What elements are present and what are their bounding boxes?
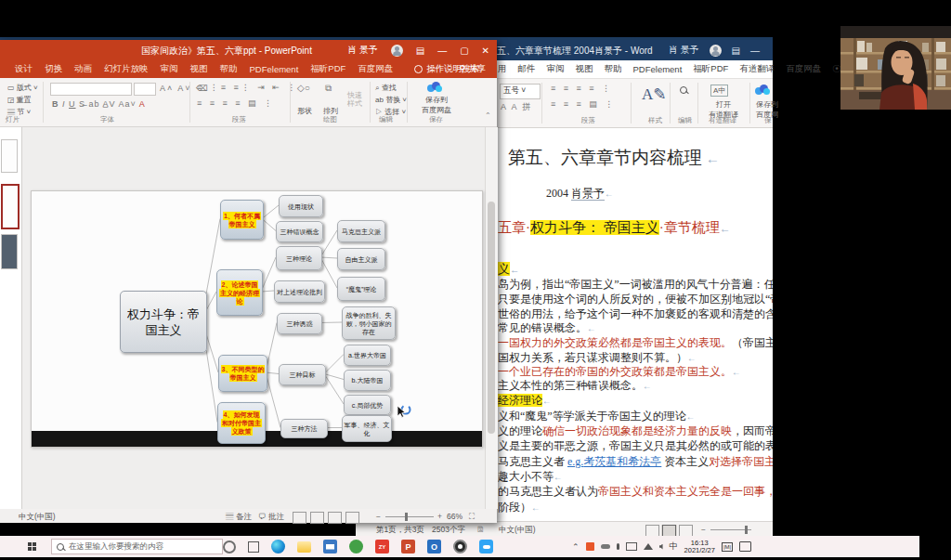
ppt-minimize-button[interactable]: — bbox=[437, 46, 447, 56]
mindmap-node-s4[interactable]: 对上述理论批判 bbox=[274, 280, 325, 303]
mindmap-node-n1[interactable]: 1、何者不属帝国主义 bbox=[220, 200, 264, 240]
ppt-zoom-thumb[interactable] bbox=[405, 513, 408, 521]
slideshow-icon[interactable] bbox=[345, 512, 359, 526]
share-button[interactable]: ⚲ 共享 bbox=[459, 63, 486, 75]
handwriting-icon[interactable]: |M| bbox=[722, 542, 733, 552]
slide-sorter-icon[interactable] bbox=[310, 512, 324, 526]
ppt-tab-2[interactable]: 切换 bbox=[45, 63, 62, 75]
proofing-icon[interactable]: 🖺 bbox=[476, 525, 485, 534]
mindmap-node-s15[interactable]: 军事、经济、文化 bbox=[342, 415, 392, 442]
taskbar-clock[interactable]: 16:132021/2/27 bbox=[684, 540, 715, 554]
word-zoom-out[interactable]: − bbox=[701, 525, 706, 534]
taskbar-app-taskview[interactable] bbox=[248, 541, 259, 553]
ppt-save-netdisk-label[interactable]: 保存到百度网盘 bbox=[416, 95, 457, 115]
reading-view-icon[interactable] bbox=[328, 512, 342, 526]
taskbar-app-green[interactable] bbox=[349, 540, 363, 553]
editing-search-icon[interactable] bbox=[680, 86, 687, 96]
word-tab-2[interactable]: 邮件 bbox=[518, 63, 536, 75]
mindmap-node-s6[interactable]: 自由主义派 bbox=[337, 248, 385, 270]
mindmap-node-s11[interactable]: 战争的胜利、失败，弱小国家的存在 bbox=[342, 306, 396, 340]
word-tab-9[interactable]: 百度网盘 bbox=[786, 63, 821, 75]
word-tab-3[interactable]: 审阅 bbox=[547, 63, 565, 75]
ppt-tab-8[interactable]: PDFelement bbox=[250, 64, 299, 74]
quick-styles-label[interactable]: 快速样式 bbox=[347, 91, 366, 108]
microphone-icon[interactable] bbox=[617, 543, 619, 550]
word-tab-6[interactable]: PDFelement bbox=[633, 64, 683, 74]
taskbar-app-cortana[interactable] bbox=[223, 540, 236, 553]
ppt-tab-9[interactable]: 福昕PDF bbox=[310, 63, 345, 75]
font-effects-icons[interactable]: A A 拼 bbox=[501, 101, 533, 113]
device-icon[interactable] bbox=[626, 542, 637, 551]
font-size-select-ppt[interactable] bbox=[134, 83, 156, 96]
taskbar-app-edge[interactable] bbox=[271, 540, 285, 553]
word-tab-5[interactable]: 帮助 bbox=[605, 63, 622, 75]
word-tab-1[interactable]: 用 bbox=[498, 63, 507, 75]
comments-button[interactable]: 🗩 批注 bbox=[258, 512, 284, 523]
ppt-tab-6[interactable]: 视图 bbox=[190, 63, 208, 75]
taskbar-app-explorer[interactable] bbox=[297, 541, 311, 553]
word-language[interactable]: 中文(中国) bbox=[499, 525, 536, 536]
taskbar-app-powerpoint[interactable]: P bbox=[401, 540, 415, 553]
ppt-close-button[interactable]: ✕ bbox=[482, 46, 489, 56]
taskbar-search[interactable]: 在这里输入你要搜索的内容 bbox=[51, 539, 223, 554]
find-button[interactable]: ⌕ 查找 bbox=[375, 83, 397, 93]
ppt-tab-10[interactable]: 百度网盘 bbox=[358, 63, 393, 75]
ppt-tab-7[interactable]: 帮助 bbox=[220, 63, 238, 75]
ppt-language[interactable]: 中文(中国) bbox=[19, 512, 56, 523]
word-page-count[interactable]: 第1页，共3页 bbox=[376, 525, 424, 536]
ppt-paragraph-row1[interactable]: ≡ ⋮≡ ≡⋮ ⇥ ⇤ ⋮ bbox=[197, 83, 298, 92]
taskbar-app-zy[interactable]: ZY bbox=[375, 540, 389, 553]
mindmap-node-s12[interactable]: a.世界大帝国 bbox=[344, 345, 391, 366]
ppt-maximize-button[interactable]: ▢ bbox=[460, 46, 468, 56]
word-user-avatar[interactable] bbox=[710, 45, 722, 57]
mindmap-node-s2[interactable]: 三种错误概念 bbox=[276, 221, 323, 242]
mindmap-node-s10[interactable]: 三种方法 bbox=[280, 419, 328, 438]
ppt-tab-3[interactable]: 动画 bbox=[74, 63, 92, 75]
layout-button[interactable]: ▭ 版式 ˅ bbox=[7, 83, 38, 93]
word-minimize-button[interactable]: — bbox=[750, 46, 760, 56]
font-size-select[interactable]: 五号 ˅ bbox=[500, 84, 541, 99]
ppt-tab-5[interactable]: 审阅 bbox=[161, 63, 178, 75]
mindmap-node-s14[interactable]: c.局部优势 bbox=[344, 395, 391, 415]
taskbar-app-mail[interactable] bbox=[323, 540, 337, 553]
mindmap-node-center[interactable]: 权力斗争：帝国主义 bbox=[120, 291, 207, 353]
mindmap-node-s1[interactable]: 使用现状 bbox=[279, 195, 323, 217]
mindmap-node-n2[interactable]: 2、论述帝国主义的经济理论 bbox=[216, 269, 263, 316]
hidden-icons-chevron[interactable]: ⌃ bbox=[572, 542, 580, 552]
word-tab-7[interactable]: 福昕PDF bbox=[693, 63, 728, 75]
word-tab-4[interactable]: 视图 bbox=[576, 63, 593, 75]
mindmap-node-s8[interactable]: 三种诱惑 bbox=[277, 313, 322, 334]
ppt-zoom-level[interactable]: 66% bbox=[447, 512, 462, 521]
taskbar-app-recorder[interactable] bbox=[453, 540, 467, 553]
mindmap-node-s3[interactable]: 三种理论 bbox=[276, 246, 322, 270]
ribbon-options-icon[interactable]: ▤ bbox=[732, 46, 740, 56]
mindmap-node-s9[interactable]: 三种目标 bbox=[279, 364, 326, 385]
mindmap-node-n4[interactable]: 4、如何发现和对付帝国主义政策 bbox=[217, 402, 266, 444]
start-button[interactable] bbox=[28, 542, 36, 551]
taskbar-app-netdisk[interactable] bbox=[479, 540, 493, 553]
normal-view-icon[interactable] bbox=[293, 512, 306, 526]
mindmap-node-s5[interactable]: 马克思主义派 bbox=[337, 220, 385, 242]
reset-button[interactable]: ◲ 重置 bbox=[7, 95, 32, 105]
styles-icon[interactable]: A✎ bbox=[642, 85, 667, 104]
youdao-translate-icon[interactable]: A中 bbox=[710, 85, 728, 97]
collapse-ribbon-icon[interactable]: ⌃ bbox=[485, 111, 491, 120]
tray-app-icon[interactable] bbox=[586, 542, 594, 551]
shapes-label[interactable]: 形状 bbox=[297, 106, 312, 116]
ppt-paragraph-row2[interactable]: ≡ ≡ ≡ ≡ ▤ ⋮ bbox=[197, 98, 275, 108]
ppt-title-bar[interactable]: 国家间政治》第五、六章ppt - PowerPoint 肖 景予 ▤ — ▢ ✕ bbox=[0, 40, 497, 60]
word-tab-8[interactable]: 有道翻译 bbox=[739, 63, 775, 75]
ppt-zoom-slider[interactable] bbox=[385, 516, 434, 517]
shapes-icon[interactable]: ◇○ bbox=[297, 83, 310, 93]
ppt-user-avatar[interactable] bbox=[391, 45, 403, 57]
ppt-zoom-out[interactable]: − bbox=[376, 512, 381, 521]
notes-button[interactable]: ▤ 备注 bbox=[226, 512, 252, 523]
paragraph-icons-row2[interactable]: ≡ ≡ ≡ ▤ ⋮ bbox=[551, 99, 616, 109]
cloud-sync-icon[interactable] bbox=[601, 544, 610, 549]
wifi-icon[interactable] bbox=[644, 543, 653, 550]
word-word-count[interactable]: 2503个字 bbox=[432, 525, 465, 536]
ribbon-display-options-icon[interactable]: ▤ bbox=[416, 46, 424, 56]
word-zoom-thumb[interactable] bbox=[745, 526, 748, 534]
mindmap-node-s7[interactable]: “魔鬼”理论 bbox=[337, 277, 385, 301]
taskbar-app-outlook[interactable]: O bbox=[427, 540, 441, 553]
